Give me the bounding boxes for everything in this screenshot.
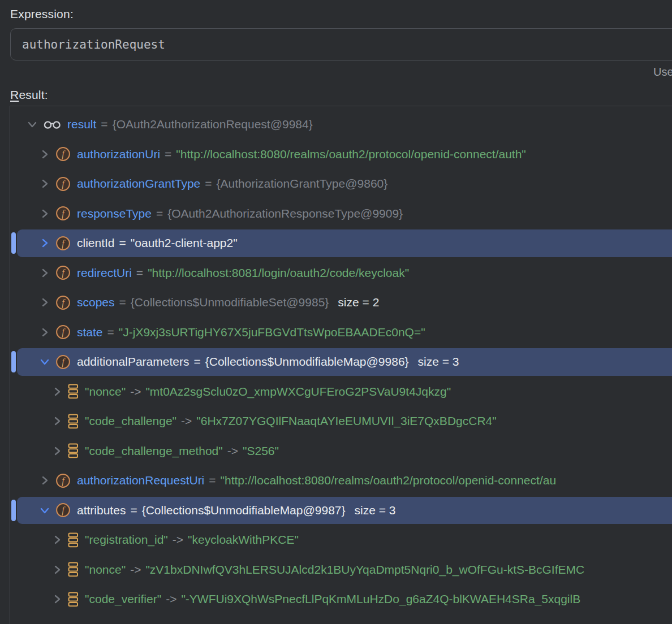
evaluate-hint: Use (653, 66, 672, 79)
variable-value: {OAuth2AuthorizationRequest@9984} (113, 118, 313, 131)
expression-input[interactable] (10, 28, 672, 60)
result-tree-panel: f result = {OAuth2AuthorizationRequest@9… (10, 106, 672, 624)
variable-name: attributes (77, 504, 126, 517)
chevron-right-icon[interactable] (39, 474, 50, 487)
tree-row[interactable]: f "registration_id" -> "keycloakWithPKCE… (10, 525, 672, 555)
variable-name: state (77, 326, 103, 339)
variable-value: {Collections$UnmodifiableMap@9986} (205, 355, 409, 369)
variable-value: "zV1bxDNIwfQV3hLERSUJAlcd2k1BUyYqaDmpt5N… (145, 563, 584, 577)
variable-value: "6Hx7Z07YGQIlFNaaqtAYIeEUMUVIl_3iE7QxBDg… (196, 414, 496, 428)
field-icon: f (55, 176, 71, 192)
variable-value: "http://localhost:8080/realms/oauth2/pro… (176, 148, 525, 161)
variable-name: clientId (77, 236, 115, 250)
tree-row[interactable]: f responseType = {OAuth2AuthorizationRes… (10, 199, 672, 229)
variable-name: scopes (77, 296, 115, 309)
chevron-right-icon[interactable] (51, 564, 63, 576)
field-icon: f (55, 473, 71, 488)
separator: -> (173, 533, 183, 547)
separator: = (136, 266, 143, 280)
field-icon: f (55, 236, 71, 251)
map-key: "code_challenge" (85, 414, 176, 428)
separator: -> (181, 414, 192, 428)
result-glasses-icon (43, 119, 61, 130)
tree-row[interactable]: f "code_challenge" -> "6Hx7Z07YGQIlFNaaq… (10, 406, 672, 436)
map-key: "nonce" (85, 563, 126, 577)
chevron-down-icon[interactable] (27, 118, 38, 131)
tree-row[interactable]: f attributes = {Collections$Unmodifiable… (10, 496, 672, 526)
field-icon: f (55, 146, 71, 162)
variable-value: "http://localhost:8081/login/oauth2/code… (148, 266, 409, 280)
chevron-right-icon[interactable] (51, 415, 63, 427)
separator: = (209, 474, 216, 487)
chevron-right-icon[interactable] (51, 445, 63, 457)
variable-name: result (67, 118, 96, 131)
separator: -> (130, 563, 141, 577)
variable-value: {Collections$UnmodifiableSet@9985} (131, 296, 329, 309)
chevron-right-icon[interactable] (39, 207, 50, 220)
result-label: Result: (10, 88, 48, 102)
field-icon: f (55, 265, 71, 280)
variable-name: additionalParameters (77, 355, 189, 369)
separator: = (156, 207, 163, 220)
tree-row[interactable]: f "code_challenge_method" -> "S256" (10, 436, 672, 466)
chevron-down-icon[interactable] (39, 504, 50, 517)
map-key: "code_challenge_method" (85, 444, 223, 458)
separator: = (119, 236, 126, 250)
size-badge: size = 2 (338, 296, 379, 309)
tree-row[interactable]: f authorizationGrantType = {Authorizatio… (10, 169, 672, 199)
tree-row[interactable]: f scopes = {Collections$UnmodifiableSet@… (10, 288, 672, 318)
separator: -> (166, 592, 176, 606)
chevron-right-icon[interactable] (39, 296, 50, 309)
separator: -> (130, 385, 141, 398)
tree-row[interactable]: f "nonce" -> "mt0Az2sgSclu0zO_xmpWXCgUFE… (10, 377, 672, 407)
variable-name: authorizationGrantType (77, 177, 200, 190)
variable-value: {Collections$UnmodifiableMap@9987} (142, 504, 346, 517)
chevron-right-icon[interactable] (51, 534, 63, 546)
map-key: "registration_id" (85, 533, 168, 547)
chevron-right-icon[interactable] (39, 177, 50, 190)
chevron-right-icon[interactable] (39, 148, 50, 161)
variable-name: authorizationUri (77, 148, 160, 161)
separator: = (107, 326, 114, 339)
field-icon: f (55, 206, 71, 221)
chevron-right-icon[interactable] (39, 326, 50, 339)
map-entry-icon (68, 414, 79, 429)
map-key: "code_verifier" (85, 592, 161, 606)
variable-name: responseType (77, 207, 152, 220)
tree-row[interactable]: f authorizationUri = "http://localhost:8… (10, 140, 672, 170)
tree-row[interactable]: f state = "J-jX9xj3sURTigHY67X5juFBGVdTt… (10, 318, 672, 348)
separator: = (205, 177, 212, 190)
separator: = (130, 504, 137, 517)
separator: = (193, 355, 200, 369)
variable-value: {AuthorizationGrantType@9860} (217, 177, 388, 190)
chevron-right-icon[interactable] (39, 237, 50, 249)
variable-value: "oauth2-client-app2" (131, 236, 238, 250)
separator: = (101, 118, 107, 131)
variable-value: "S256" (243, 444, 279, 458)
field-icon: f (55, 502, 71, 518)
size-badge: size = 3 (418, 355, 459, 369)
variable-name: authorizationRequestUri (77, 474, 204, 487)
chevron-right-icon[interactable] (51, 385, 63, 398)
variable-name: redirectUri (77, 266, 132, 280)
result-tree: f result = {OAuth2AuthorizationRequest@9… (10, 110, 672, 614)
tree-row[interactable]: f clientId = "oauth2-client-app2" (10, 228, 672, 258)
map-entry-icon (68, 562, 79, 577)
variable-value: {OAuth2AuthorizationResponseType@9909} (167, 207, 403, 220)
map-entry-icon (68, 532, 79, 548)
map-key: "nonce" (85, 385, 126, 398)
tree-row[interactable]: f result = {OAuth2AuthorizationRequest@9… (10, 110, 672, 140)
chevron-right-icon[interactable] (51, 593, 63, 605)
tree-row[interactable]: f "code_verifier" -> "-YWFUi9XQhWsPnecfL… (10, 584, 672, 614)
tree-row[interactable]: f additionalParameters = {Collections$Un… (10, 347, 672, 377)
tree-row[interactable]: f redirectUri = "http://localhost:8081/l… (10, 258, 672, 288)
tree-row[interactable]: f "nonce" -> "zV1bxDNIwfQV3hLERSUJAlcd2k… (10, 555, 672, 585)
expression-label: Expression: (10, 7, 74, 21)
variable-value: "http://localhost:8080/realms/oauth2/pro… (221, 474, 557, 487)
variable-value: "-YWFUi9XQhWsPnecfLlPqKmMLuHzDo_g6aZ4Q-b… (181, 592, 580, 606)
variable-value: "J-jX9xj3sURTigHY67X5juFBGVdTtsWpoEBAADE… (119, 326, 425, 339)
tree-row[interactable]: f authorizationRequestUri = "http://loca… (10, 466, 672, 496)
chevron-right-icon[interactable] (39, 267, 50, 279)
chevron-down-icon[interactable] (39, 356, 50, 368)
variable-value: "keycloakWithPKCE" (188, 533, 299, 547)
